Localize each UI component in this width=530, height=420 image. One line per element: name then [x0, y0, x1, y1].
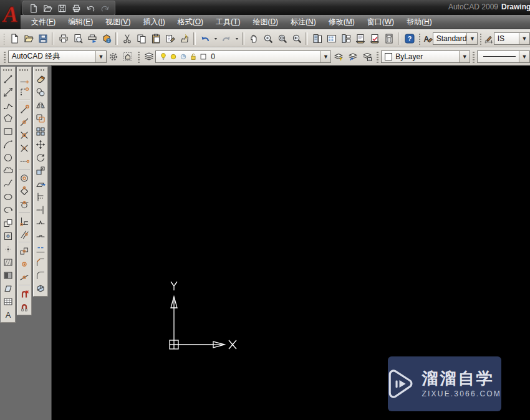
ellipse-arc-button[interactable] — [1, 203, 15, 216]
make-objects-layer-current-button[interactable] — [331, 49, 345, 64]
explode-button[interactable] — [34, 282, 47, 295]
3d-dwf-button[interactable] — [99, 31, 113, 45]
open-button[interactable] — [21, 31, 36, 45]
workspace-settings-button[interactable] — [107, 49, 121, 64]
toolbar-grip[interactable] — [36, 69, 46, 71]
redo-button[interactable] — [219, 31, 233, 45]
pan-button[interactable] — [246, 31, 261, 45]
arc-button[interactable] — [1, 138, 15, 151]
break-at-point-button[interactable] — [34, 216, 47, 229]
join-button[interactable] — [34, 242, 47, 255]
spline-button[interactable] — [1, 177, 15, 190]
toolbar-grip[interactable] — [19, 69, 29, 71]
hatch-button[interactable] — [1, 255, 15, 269]
toolbar-grip[interactable] — [3, 69, 13, 71]
new-button[interactable] — [27, 2, 39, 14]
toolbar-grip[interactable] — [4, 50, 6, 63]
layer-states-manager-button[interactable] — [360, 49, 374, 64]
stretch-button[interactable] — [34, 177, 47, 190]
multiline-text-button[interactable]: A — [1, 308, 15, 321]
menu-view[interactable]: 视图(V) — [99, 15, 137, 29]
zoom-window-button[interactable] — [275, 31, 289, 45]
gradient-button[interactable] — [1, 269, 15, 282]
color-combobox[interactable]: ByLayer ▼ — [381, 50, 470, 63]
text-style-button[interactable]: A — [423, 31, 433, 45]
save-button[interactable] — [36, 31, 50, 45]
chevron-down-icon[interactable]: ▼ — [459, 51, 470, 62]
toolbar-grip[interactable] — [4, 32, 4, 45]
menu-draw[interactable]: 绘图(D) — [246, 15, 284, 29]
chevron-down-icon[interactable]: ▼ — [519, 33, 529, 44]
snap-intersection-button[interactable] — [17, 128, 31, 141]
revision-cloud-button[interactable] — [1, 164, 15, 177]
snap-quadrant-button[interactable] — [17, 184, 31, 198]
scale-button[interactable] — [34, 164, 47, 177]
point-button[interactable] — [1, 242, 15, 255]
menu-file[interactable]: 文件(F) — [25, 15, 62, 29]
redo-history-dropdown-button[interactable] — [233, 32, 240, 45]
chevron-down-icon[interactable]: ▼ — [466, 33, 477, 44]
text-style-combobox[interactable]: Standard ▼ — [433, 32, 478, 45]
snap-apparent-intersection-button[interactable] — [17, 141, 31, 155]
toolbar-grip[interactable] — [473, 50, 475, 63]
menu-window[interactable]: 窗口(W) — [361, 15, 400, 29]
plot-preview-button[interactable] — [70, 31, 85, 45]
properties-button[interactable] — [310, 31, 324, 45]
insert-block-button[interactable] — [1, 216, 15, 229]
open-button[interactable] — [41, 2, 54, 14]
chevron-down-icon[interactable]: ▼ — [95, 51, 106, 62]
snap-endpoint-button[interactable] — [17, 102, 31, 115]
viewport-thaw-icon[interactable] — [179, 52, 188, 61]
layer-properties-manager-button[interactable] — [142, 49, 156, 64]
undo-button[interactable] — [84, 2, 97, 14]
layer-on-icon[interactable] — [159, 52, 168, 61]
copy-clip-button[interactable] — [134, 31, 148, 45]
snap-tangent-button[interactable] — [17, 198, 31, 211]
array-button[interactable] — [34, 125, 47, 138]
help-button[interactable]: ? — [402, 31, 417, 45]
toolbar-grip[interactable] — [480, 32, 481, 45]
snap-insert-button[interactable] — [17, 244, 31, 257]
fillet-button[interactable] — [34, 269, 47, 282]
break-button[interactable] — [34, 229, 47, 242]
menu-help[interactable]: 帮助(H) — [400, 15, 438, 29]
layer-combobox[interactable]: 0 ▼ — [155, 50, 331, 63]
extend-button[interactable] — [34, 203, 47, 216]
dim-style-button[interactable] — [484, 31, 494, 45]
redo-button[interactable] — [99, 2, 111, 14]
markup-set-manager-button[interactable] — [367, 31, 382, 45]
construction-line-button[interactable] — [1, 85, 15, 98]
trim-button[interactable] — [34, 190, 47, 203]
new-button[interactable] — [7, 31, 21, 45]
drawing-canvas[interactable]: Y X 溜溜自学 zixue.3066.com — [51, 65, 530, 420]
chevron-down-icon[interactable]: ▼ — [519, 51, 529, 62]
snap-none-button[interactable] — [17, 287, 31, 300]
toolbar-grip[interactable] — [138, 50, 140, 63]
linetype-combobox[interactable]: ▼ — [477, 50, 530, 63]
layer-previous-button[interactable] — [345, 49, 360, 64]
layer-unlock-icon[interactable] — [189, 52, 198, 61]
chevron-down-icon[interactable]: ▼ — [320, 51, 330, 62]
make-block-button[interactable] — [1, 229, 15, 242]
move-button[interactable] — [34, 138, 47, 151]
quick-calc-button[interactable] — [382, 31, 396, 45]
my-workspace-button[interactable] — [121, 49, 135, 64]
menu-tools[interactable]: 工具(T) — [210, 15, 246, 29]
polyline-button[interactable] — [1, 98, 15, 112]
undo-history-dropdown-button[interactable] — [212, 32, 219, 45]
toolbar-grip[interactable] — [419, 32, 420, 45]
dim-style-combobox[interactable]: IS ▼ — [494, 32, 530, 45]
polygon-button[interactable] — [1, 112, 15, 125]
region-button[interactable] — [1, 282, 15, 295]
block-editor-button[interactable] — [177, 31, 191, 45]
snap-nearest-button[interactable] — [17, 270, 31, 284]
snap-perpendicular-button[interactable] — [17, 214, 31, 227]
plot-button[interactable] — [56, 31, 70, 45]
ellipse-button[interactable] — [1, 190, 15, 203]
menu-dimension[interactable]: 标注(N) — [284, 15, 322, 29]
paste-button[interactable] — [148, 31, 163, 45]
snap-extension-button[interactable] — [17, 155, 31, 168]
zoom-realtime-button[interactable] — [261, 31, 275, 45]
cut-button[interactable] — [120, 31, 134, 45]
match-properties-button[interactable] — [163, 31, 177, 45]
